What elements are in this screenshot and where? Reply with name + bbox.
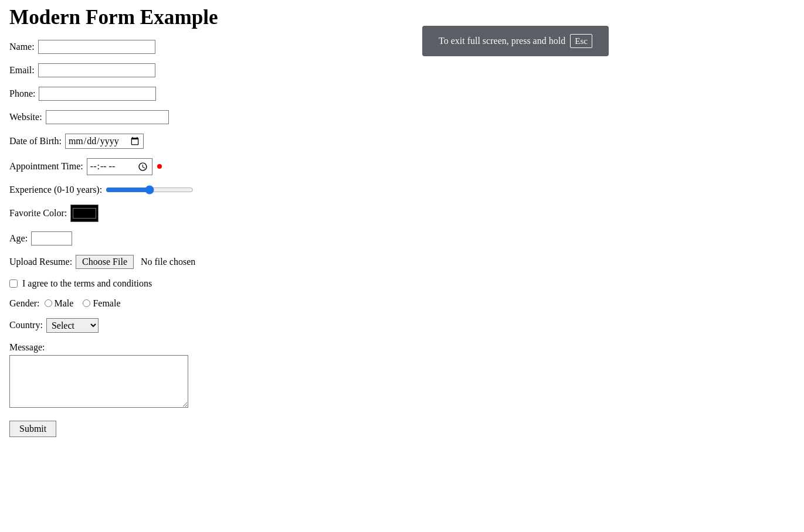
experience-row: Experience (0-10 years):	[9, 185, 795, 195]
email-label: Email:	[9, 65, 35, 76]
gender-male-item: Male	[45, 298, 77, 309]
phone-row: Phone:	[9, 87, 795, 101]
experience-label: Experience (0-10 years):	[9, 185, 102, 195]
red-dot-indicator	[157, 164, 162, 169]
dob-row: Date of Birth:	[9, 134, 795, 149]
appointment-row: Appointment Time:	[9, 158, 795, 175]
dob-input[interactable]	[65, 134, 144, 149]
name-label: Name:	[9, 42, 35, 52]
page-title: Modern Form Example	[9, 6, 795, 29]
message-section: Message:	[9, 342, 795, 410]
fullscreen-notice: To exit full screen, press and hold Esc	[422, 26, 609, 56]
choose-file-button[interactable]: Choose File	[76, 255, 134, 269]
submit-section: Submit	[9, 412, 795, 437]
dob-label: Date of Birth:	[9, 136, 62, 146]
appointment-input[interactable]	[87, 158, 152, 175]
email-input[interactable]	[38, 63, 155, 77]
terms-row: I agree to the terms and conditions	[9, 278, 795, 289]
file-input-wrapper: Choose File No file chosen	[76, 255, 195, 269]
submit-button[interactable]: Submit	[9, 421, 56, 437]
gender-label: Gender:	[9, 298, 40, 309]
message-label: Message:	[9, 342, 795, 353]
upload-row: Upload Resume: Choose File No file chose…	[9, 255, 795, 269]
website-row: Website:	[9, 110, 795, 124]
esc-key-badge: Esc	[570, 34, 592, 48]
fullscreen-notice-text: To exit full screen, press and hold	[439, 36, 565, 46]
age-label: Age:	[9, 233, 28, 244]
country-row: Country: Select USA UK Canada Australia …	[9, 318, 795, 333]
website-input[interactable]	[46, 110, 169, 124]
color-label: Favorite Color:	[9, 208, 67, 219]
country-label: Country:	[9, 320, 43, 330]
gender-female-radio[interactable]	[83, 299, 90, 307]
gender-male-radio[interactable]	[45, 299, 52, 307]
message-textarea[interactable]	[9, 355, 188, 408]
upload-label: Upload Resume:	[9, 257, 72, 267]
color-row: Favorite Color:	[9, 204, 795, 222]
name-row: Name:	[9, 40, 795, 54]
phone-input[interactable]	[39, 87, 156, 101]
phone-label: Phone:	[9, 88, 35, 99]
name-input[interactable]	[38, 40, 155, 54]
age-row: Age:	[9, 231, 795, 245]
gender-radio-group: Male Female	[45, 298, 124, 309]
terms-label: I agree to the terms and conditions	[22, 278, 152, 289]
age-input[interactable]	[31, 231, 72, 245]
website-label: Website:	[9, 112, 42, 122]
terms-checkbox[interactable]	[9, 279, 18, 288]
gender-female-item: Female	[83, 298, 124, 309]
country-select[interactable]: Select USA UK Canada Australia India	[46, 318, 99, 333]
gender-male-label: Male	[55, 298, 74, 309]
no-file-text: No file chosen	[141, 257, 195, 267]
experience-slider[interactable]	[106, 185, 194, 195]
appointment-label: Appointment Time:	[9, 161, 83, 172]
gender-row: Gender: Male Female	[9, 298, 795, 309]
email-row: Email:	[9, 63, 795, 77]
color-picker[interactable]	[70, 204, 99, 222]
gender-female-label: Female	[93, 298, 120, 309]
